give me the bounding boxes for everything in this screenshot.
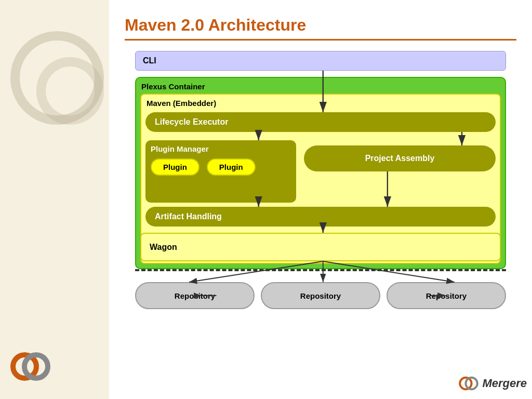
repository-container: Repository Repository Repository — [135, 282, 506, 309]
sidebar-logo — [10, 347, 52, 383]
sidebar — [0, 0, 109, 399]
sidebar-decoration-2 — [36, 57, 104, 125]
project-assembly-label: Project Assembly — [365, 154, 435, 163]
logo-circle-gray — [22, 352, 50, 381]
cli-box: CLI — [135, 51, 506, 71]
repo1-label: Repository — [175, 291, 215, 300]
plugin1-button: Plugin — [151, 158, 200, 176]
plexus-label: Plexus Container — [141, 82, 500, 91]
mergere-branding: Mergere — [458, 373, 527, 394]
repo3-label: Repository — [426, 291, 467, 300]
artifact-label: Artifact Handling — [155, 212, 222, 221]
maven-label: Maven (Embedder) — [147, 99, 495, 108]
logo-graphic — [10, 347, 52, 383]
repository-1: Repository — [135, 282, 255, 309]
main-content: Maven 2.0 Architecture CLI Plexus Contai… — [109, 0, 532, 399]
plugin-buttons-container: Plugin Plugin — [151, 158, 291, 176]
cli-label: CLI — [143, 56, 156, 65]
plugin-manager-box: Plugin Manager Plugin Plugin — [145, 140, 296, 203]
dashed-separator — [135, 269, 506, 271]
lifecycle-executor-bar: Lifecycle Executor — [145, 112, 496, 132]
mergere-name: Mergere — [482, 377, 527, 390]
title-underline — [125, 39, 516, 41]
wagon-label: Wagon — [150, 243, 177, 252]
architecture-diagram: CLI Plexus Container Maven (Embedder) Li… — [125, 51, 516, 352]
lifecycle-label: Lifecycle Executor — [155, 117, 228, 127]
wagon-box: Wagon — [140, 233, 501, 261]
repository-3: Repository — [387, 282, 506, 309]
project-assembly-oval: Project Assembly — [304, 145, 496, 171]
repo2-label: Repository — [300, 291, 341, 300]
artifact-handling-bar: Artifact Handling — [145, 207, 496, 227]
plugin-manager-label: Plugin Manager — [151, 144, 291, 153]
repository-2: Repository — [261, 282, 380, 309]
page-title: Maven 2.0 Architecture — [125, 16, 516, 35]
plugin2-button: Plugin — [207, 158, 256, 176]
mergere-logo-svg — [458, 373, 479, 394]
